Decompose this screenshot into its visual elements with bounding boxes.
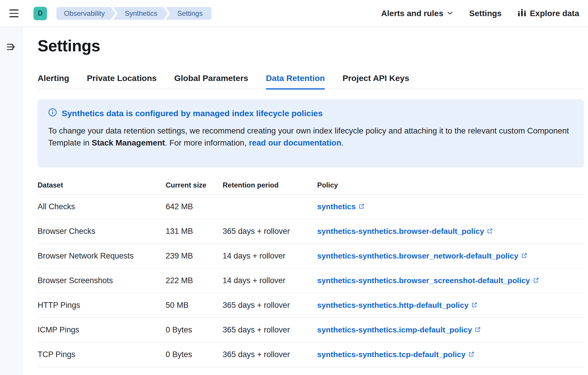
policy-cell: synthetics-synthetics.http-default_polic… xyxy=(317,293,584,317)
policy-cell: synthetics-synthetics.browser_screenshot… xyxy=(317,268,584,293)
policy-link-label: synthetics-synthetics.browser-default_po… xyxy=(317,227,484,236)
size-cell: 642 MB xyxy=(166,194,223,219)
tab-project-api-keys[interactable]: Project API Keys xyxy=(342,73,409,89)
external-link-icon xyxy=(468,350,474,359)
size-cell: 0 Bytes xyxy=(166,317,223,342)
callout-title: Synthetics data is configured by managed… xyxy=(62,109,323,118)
policy-cell: synthetics-synthetics.icmp-default_polic… xyxy=(317,317,584,342)
alerts-and-rules-menu[interactable]: Alerts and rules xyxy=(381,9,453,18)
explore-data-label: Explore data xyxy=(530,9,579,18)
retention-cell: 365 days + rollover xyxy=(223,342,317,367)
column-header-current-size: Current size xyxy=(166,181,223,195)
table-row: Browser Screenshots 222 MB 14 days + rol… xyxy=(38,268,584,293)
policy-link-label: synthetics-synthetics.tcp-default_policy xyxy=(317,350,466,359)
dataset-cell: TCP Pings xyxy=(38,342,166,367)
policy-cell: synthetics-synthetics.browser-default_po… xyxy=(317,219,584,244)
hamburger-menu-button[interactable] xyxy=(6,6,22,21)
size-cell: 50 MB xyxy=(166,293,223,317)
retention-cell: 365 days + rollover xyxy=(223,317,317,342)
policy-link[interactable]: synthetics-synthetics.browser_screenshot… xyxy=(317,276,539,285)
column-header-dataset: Dataset xyxy=(38,181,166,195)
external-link-icon xyxy=(471,301,477,310)
callout-title-row: Synthetics data is configured by managed… xyxy=(48,108,573,119)
policy-link[interactable]: synthetics-synthetics.browser-default_po… xyxy=(317,227,493,236)
tab-global-parameters[interactable]: Global Parameters xyxy=(174,73,248,89)
info-icon xyxy=(48,108,57,119)
callout-text: . For more information, xyxy=(165,138,249,147)
table-row: All Checks 642 MB synthetics xyxy=(38,194,584,219)
alerts-and-rules-label: Alerts and rules xyxy=(381,9,443,18)
table-row: Browser Network Requests 239 MB 14 days … xyxy=(38,244,584,268)
retention-cell: 14 days + rollover xyxy=(223,244,317,268)
tab-private-locations[interactable]: Private Locations xyxy=(87,73,157,89)
size-cell: 239 MB xyxy=(166,244,223,268)
external-link-icon xyxy=(533,276,539,285)
retention-table: Dataset Current size Retention period Po… xyxy=(38,181,584,367)
main-content: Settings Alerting Private Locations Glob… xyxy=(22,27,588,375)
breadcrumb-synthetics[interactable]: Synthetics xyxy=(113,7,168,20)
breadcrumb-observability[interactable]: Observability xyxy=(56,7,115,20)
breadcrumb: Observability Synthetics Settings xyxy=(56,7,211,20)
external-link-icon xyxy=(475,325,481,335)
menu-right-icon xyxy=(6,48,16,53)
table-row: Browser Checks 131 MB 365 days + rollove… xyxy=(38,219,584,244)
size-cell: 0 Bytes xyxy=(166,342,223,367)
retention-cell xyxy=(223,194,317,219)
collapsed-sidebar xyxy=(0,27,22,375)
size-cell: 131 MB xyxy=(166,219,223,244)
external-link-icon xyxy=(487,227,493,236)
table-row: TCP Pings 0 Bytes 365 days + rollover sy… xyxy=(38,342,584,367)
policy-link-label: synthetics-synthetics.http-default_polic… xyxy=(317,301,468,310)
size-cell: 222 MB xyxy=(166,268,223,293)
policy-cell: synthetics-synthetics.tcp-default_policy xyxy=(317,342,584,367)
settings-tabs: Alerting Private Locations Global Parame… xyxy=(38,73,584,89)
chevron-down-icon xyxy=(447,9,453,18)
policy-link[interactable]: synthetics-synthetics.icmp-default_polic… xyxy=(317,325,481,335)
stack-management-text: Stack Management xyxy=(92,138,165,147)
dataset-cell: Browser Checks xyxy=(38,219,166,244)
dataset-cell: ICMP Pings xyxy=(38,317,166,342)
documentation-link[interactable]: read our documentation xyxy=(249,138,341,147)
policy-cell: synthetics xyxy=(317,194,584,219)
policy-cell: synthetics-synthetics.browser_network-de… xyxy=(317,244,584,268)
dataset-cell: All Checks xyxy=(38,194,166,219)
retention-cell: 14 days + rollover xyxy=(223,268,317,293)
policy-link[interactable]: synthetics-synthetics.tcp-default_policy xyxy=(317,350,474,359)
settings-link[interactable]: Settings xyxy=(469,9,501,18)
policy-link-label: synthetics-synthetics.browser_network-de… xyxy=(317,251,518,261)
table-row: ICMP Pings 0 Bytes 365 days + rollover s… xyxy=(38,317,584,342)
explore-data-link[interactable]: Explore data xyxy=(518,8,579,19)
hamburger-icon xyxy=(9,9,19,11)
expand-sidebar-button[interactable] xyxy=(5,41,17,54)
tab-data-retention[interactable]: Data Retention xyxy=(266,73,325,89)
external-link-icon xyxy=(359,202,364,211)
retention-cell: 365 days + rollover xyxy=(223,219,317,244)
tab-alerting[interactable]: Alerting xyxy=(38,73,69,89)
policy-link-label: synthetics-synthetics.browser_screenshot… xyxy=(317,276,530,285)
bar-chart-icon xyxy=(518,8,526,19)
retention-cell: 365 days + rollover xyxy=(223,293,317,317)
breadcrumb-settings[interactable]: Settings xyxy=(165,7,211,20)
app-window: D Observability Synthetics Settings Aler… xyxy=(0,0,588,375)
dataset-cell: HTTP Pings xyxy=(38,293,166,317)
policy-link[interactable]: synthetics-synthetics.http-default_polic… xyxy=(317,301,477,310)
policy-link[interactable]: synthetics xyxy=(317,202,364,211)
callout-body: To change your data retention settings, … xyxy=(48,125,573,149)
table-row: HTTP Pings 50 MB 365 days + rollover syn… xyxy=(38,293,584,317)
page-title: Settings xyxy=(38,36,584,55)
settings-link-label: Settings xyxy=(469,9,501,18)
column-header-policy: Policy xyxy=(317,181,584,195)
external-link-icon xyxy=(521,251,527,261)
header-actions: Alerts and rules Settings Explore data xyxy=(381,8,579,19)
info-callout: Synthetics data is configured by managed… xyxy=(38,99,584,168)
table-header-row: Dataset Current size Retention period Po… xyxy=(38,181,584,195)
top-header-bar: D Observability Synthetics Settings Aler… xyxy=(0,0,588,27)
policy-link-label: synthetics-synthetics.icmp-default_polic… xyxy=(317,325,472,335)
callout-text: . xyxy=(341,138,344,147)
policy-link-label: synthetics xyxy=(317,202,356,211)
dataset-cell: Browser Network Requests xyxy=(38,244,166,268)
dataset-cell: Browser Screenshots xyxy=(38,268,166,293)
avatar[interactable]: D xyxy=(33,7,47,20)
column-header-retention-period: Retention period xyxy=(223,181,317,195)
policy-link[interactable]: synthetics-synthetics.browser_network-de… xyxy=(317,251,527,261)
